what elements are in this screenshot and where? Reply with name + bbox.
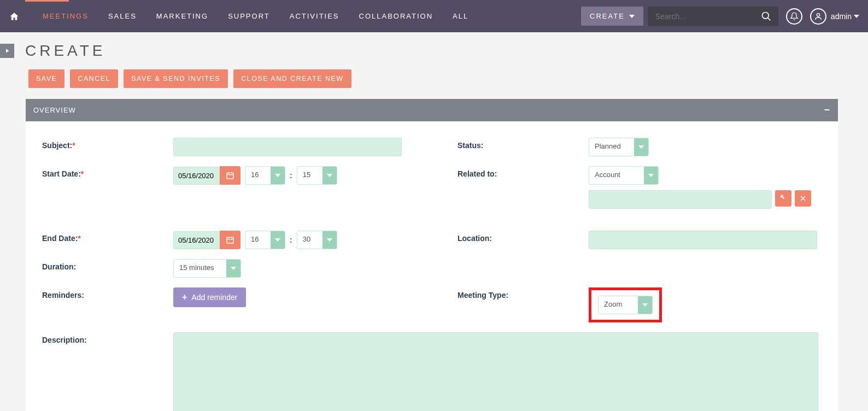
svg-line-1 — [767, 17, 770, 20]
nav-collaboration[interactable]: COLLABORATION — [349, 12, 443, 20]
meeting-type-value: Zoom — [599, 296, 638, 314]
end-minute-select[interactable]: 30 — [297, 231, 337, 249]
save-send-invites-button[interactable]: SAVE & SEND INVITES — [124, 69, 228, 88]
related-to-input[interactable] — [589, 190, 772, 209]
save-button[interactable]: SAVE — [28, 69, 64, 88]
related-to-label: Related to: — [458, 166, 589, 178]
top-navbar: MEETINGS SALES MARKETING SUPPORT ACTIVIT… — [0, 0, 868, 32]
location-label: Location: — [458, 219, 589, 243]
notifications-icon[interactable] — [786, 8, 802, 25]
chevron-down-icon — [322, 231, 337, 249]
search-input[interactable] — [648, 7, 754, 26]
duration-label: Duration: — [42, 259, 173, 271]
related-to-clear-button[interactable] — [795, 190, 811, 207]
nav-activities[interactable]: ACTIVITIES — [280, 12, 349, 20]
chevron-down-icon — [226, 260, 241, 277]
plus-icon: + — [182, 292, 187, 302]
svg-rect-9 — [227, 237, 233, 243]
chevron-down-icon — [271, 231, 285, 249]
close-create-new-button[interactable]: CLOSE AND CREATE NEW — [233, 69, 351, 88]
time-separator: : — [290, 236, 292, 244]
add-reminder-button[interactable]: + Add reminder — [173, 287, 246, 307]
user-name: admin — [831, 12, 852, 21]
user-menu[interactable]: admin — [831, 12, 859, 21]
add-reminder-label: Add reminder — [191, 293, 237, 302]
description-textarea[interactable] — [173, 332, 818, 411]
start-date-label: Start Date:* — [42, 166, 173, 178]
status-label: Status: — [458, 138, 589, 150]
svg-point-0 — [762, 12, 769, 19]
overview-panel: OVERVIEW − Subject:* Status: Planned Sta… — [26, 99, 838, 411]
chevron-down-icon — [271, 167, 285, 184]
location-input[interactable] — [589, 231, 817, 249]
related-to-pick-button[interactable] — [775, 190, 791, 207]
nav-marketing[interactable]: MARKETING — [146, 12, 218, 20]
page-title-row: CREATE — [0, 32, 838, 69]
overview-panel-body: Subject:* Status: Planned Start Date:* — [26, 121, 838, 411]
status-select[interactable]: Planned — [589, 138, 649, 156]
home-icon[interactable] — [9, 11, 20, 21]
start-hour-value: 16 — [245, 167, 271, 184]
start-date-calendar-button[interactable] — [220, 166, 241, 185]
subject-input[interactable] — [173, 138, 402, 156]
subject-label: Subject:* — [42, 138, 173, 150]
start-minute-value: 15 — [297, 167, 322, 184]
chevron-down-icon — [854, 15, 859, 18]
end-date-calendar-button[interactable] — [220, 231, 241, 249]
chevron-down-icon — [634, 138, 648, 156]
duration-value: 15 minutes — [174, 260, 226, 277]
end-hour-value: 16 — [245, 231, 271, 249]
action-button-row: SAVE CANCEL SAVE & SEND INVITES CLOSE AN… — [0, 69, 838, 88]
status-value: Planned — [589, 138, 634, 156]
nav-all[interactable]: ALL — [443, 12, 478, 20]
create-dropdown-button[interactable]: CREATE — [581, 7, 643, 26]
meeting-type-label: Meeting Type: — [458, 287, 589, 300]
nav-support[interactable]: SUPPORT — [218, 12, 280, 20]
nav-meetings[interactable]: MEETINGS — [33, 12, 98, 20]
chevron-down-icon — [629, 15, 635, 18]
chevron-down-icon — [638, 296, 652, 314]
user-icon[interactable] — [810, 8, 826, 25]
nav-sales[interactable]: SALES — [98, 12, 146, 20]
start-date-input[interactable] — [173, 167, 220, 185]
end-date-input[interactable] — [173, 231, 220, 249]
related-to-value: Account — [589, 167, 644, 184]
end-date-label: End Date:* — [42, 219, 173, 243]
chevron-down-icon — [322, 167, 337, 184]
related-to-select[interactable]: Account — [589, 166, 659, 185]
description-label: Description: — [42, 332, 173, 344]
meeting-type-highlight: Zoom — [589, 287, 662, 322]
page-title: CREATE — [25, 42, 106, 60]
end-hour-select[interactable]: 16 — [245, 231, 285, 249]
svg-rect-3 — [227, 173, 233, 179]
meeting-type-select[interactable]: Zoom — [598, 296, 653, 314]
chevron-down-icon — [644, 167, 658, 184]
start-minute-select[interactable]: 15 — [297, 166, 337, 185]
end-minute-value: 30 — [297, 231, 322, 249]
reminders-label: Reminders: — [42, 287, 173, 300]
cancel-button[interactable]: CANCEL — [70, 69, 118, 88]
start-hour-select[interactable]: 16 — [245, 166, 285, 185]
sidebar-toggle-button[interactable] — [0, 44, 14, 58]
search-button[interactable] — [754, 7, 778, 26]
duration-select[interactable]: 15 minutes — [173, 259, 241, 278]
svg-point-2 — [817, 13, 819, 16]
active-tab-accent — [25, 0, 69, 2]
overview-panel-title: OVERVIEW — [33, 106, 76, 114]
create-button-label: CREATE — [590, 12, 625, 20]
time-separator: : — [290, 171, 292, 180]
overview-panel-header: OVERVIEW − — [26, 99, 838, 121]
collapse-icon[interactable]: − — [824, 104, 830, 116]
